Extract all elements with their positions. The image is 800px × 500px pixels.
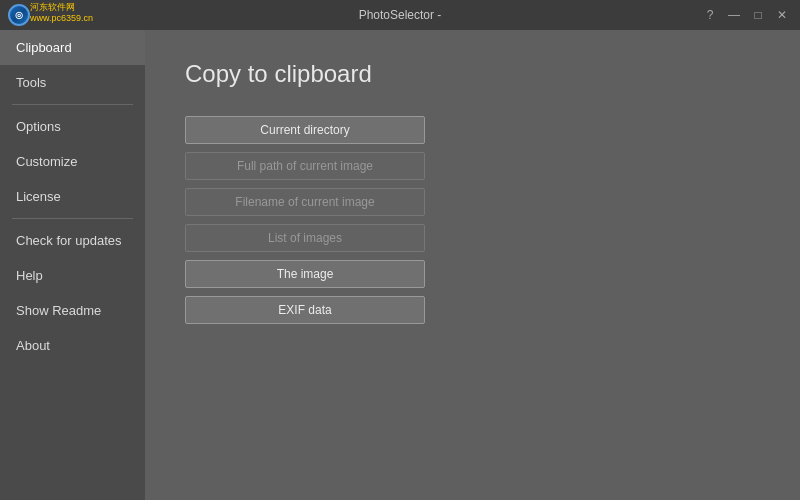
sidebar-item-check-updates[interactable]: Check for updates xyxy=(0,223,145,258)
sidebar-divider-2 xyxy=(12,218,133,219)
sidebar-item-help[interactable]: Help xyxy=(0,258,145,293)
sidebar-item-about[interactable]: About xyxy=(0,328,145,363)
titlebar: ◎ 河东软件网 www.pc6359.cn PhotoSelector - ? … xyxy=(0,0,800,30)
list-of-images-button[interactable]: List of images xyxy=(185,224,425,252)
content-area: Copy to clipboard Current directory Full… xyxy=(145,30,800,500)
window-title: PhotoSelector - xyxy=(359,8,442,22)
maximize-button[interactable]: □ xyxy=(748,5,768,25)
watermark: 河东软件网 www.pc6359.cn xyxy=(30,2,93,24)
sidebar-divider-1 xyxy=(12,104,133,105)
app-body: Clipboard Tools Options Customize Licens… xyxy=(0,30,800,500)
logo-icon: ◎ xyxy=(8,4,30,26)
sidebar-item-options[interactable]: Options xyxy=(0,109,145,144)
app-logo: ◎ 河东软件网 www.pc6359.cn xyxy=(8,4,30,26)
minimize-button[interactable]: — xyxy=(724,5,744,25)
sidebar-item-tools[interactable]: Tools xyxy=(0,65,145,100)
filename-button[interactable]: Filename of current image xyxy=(185,188,425,216)
page-title: Copy to clipboard xyxy=(185,60,760,88)
sidebar-item-show-readme[interactable]: Show Readme xyxy=(0,293,145,328)
sidebar-item-clipboard[interactable]: Clipboard xyxy=(0,30,145,65)
clipboard-button-group: Current directory Full path of current i… xyxy=(185,116,425,324)
help-button[interactable]: ? xyxy=(700,5,720,25)
window-controls: ? — □ ✕ xyxy=(700,5,792,25)
sidebar-item-license[interactable]: License xyxy=(0,179,145,214)
exif-data-button[interactable]: EXIF data xyxy=(185,296,425,324)
the-image-button[interactable]: The image xyxy=(185,260,425,288)
sidebar-item-customize[interactable]: Customize xyxy=(0,144,145,179)
sidebar: Clipboard Tools Options Customize Licens… xyxy=(0,30,145,500)
close-button[interactable]: ✕ xyxy=(772,5,792,25)
current-directory-button[interactable]: Current directory xyxy=(185,116,425,144)
full-path-button[interactable]: Full path of current image xyxy=(185,152,425,180)
